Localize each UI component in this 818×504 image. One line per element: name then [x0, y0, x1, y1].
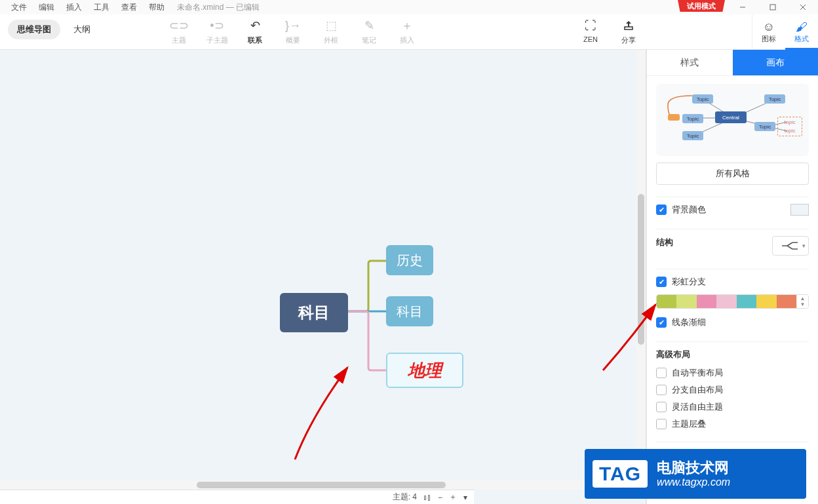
rainbow-checkbox[interactable]: ✔ — [656, 277, 667, 287]
subtopic-icon: •⊃ — [210, 18, 224, 33]
document-title: 未命名.xmind — 已编辑 — [177, 2, 260, 13]
rainbow-stepper[interactable]: ▲▼ — [796, 295, 808, 308]
topic-icon: ⊂⊃ — [169, 18, 189, 33]
tool-summary[interactable]: }→概要 — [274, 14, 312, 45]
share-icon — [623, 18, 634, 33]
tool-subtopic[interactable]: •⊃子主题 — [198, 14, 236, 45]
central-node[interactable]: 科目 — [280, 293, 348, 332]
toolbar-right: ⛶ZEN 分享 — [572, 14, 648, 45]
watermark-url: www.tagxp.com — [657, 476, 730, 488]
bg-color-checkbox[interactable]: ✔ — [656, 204, 667, 215]
auto-balance-checkbox[interactable] — [656, 368, 667, 378]
rainbow-colors[interactable]: ▲▼ — [656, 294, 809, 309]
view-tabs: 思维导图 大纲 — [0, 14, 107, 45]
vertical-scrollbar[interactable] — [636, 50, 646, 490]
all-styles-button[interactable]: 所有风格 — [656, 163, 809, 185]
zoom-in-button[interactable]: ＋ — [449, 492, 457, 503]
rainbow-seg-3 — [716, 295, 736, 308]
bg-color-swatch[interactable] — [790, 204, 809, 216]
toolbar: 思维导图 大纲 ⊂⊃主题 •⊃子主题 ↶联系 }→概要 ⬚外框 ✎笔记 ＋插入 … — [0, 14, 818, 50]
canvas[interactable]: 科目 历史 科目 地理 主题: 4 ⫾⫿ − ＋ ▾ — [0, 50, 646, 504]
menu-insert[interactable]: 插入 — [60, 2, 88, 13]
tool-relation[interactable]: ↶联系 — [236, 14, 274, 45]
zoom-dropdown-icon[interactable]: ▾ — [463, 493, 467, 502]
menu-view[interactable]: 查看 — [115, 2, 143, 13]
rainbow-seg-1 — [676, 295, 696, 308]
tab-mindmap[interactable]: 思维导图 — [8, 20, 60, 39]
menu-file[interactable]: 文件 — [5, 2, 33, 13]
tool-group: ⊂⊃主题 •⊃子主题 ↶联系 }→概要 ⬚外框 ✎笔记 ＋插入 — [160, 14, 426, 45]
advanced-label: 高级布局 — [656, 349, 809, 360]
status-bar: 主题: 4 ⫾⫿ − ＋ ▾ — [0, 490, 474, 504]
sub-node-3[interactable]: 地理 — [386, 353, 463, 388]
svg-rect-1 — [770, 5, 775, 10]
rainbow-label: 彩虹分支 — [672, 276, 706, 288]
tool-boundary[interactable]: ⬚外框 — [312, 14, 350, 45]
tool-notes[interactable]: ✎笔记 — [350, 14, 388, 45]
panel-body: Central Topic Topic Topic Topic Topic to… — [647, 76, 818, 504]
structure-select[interactable]: ▾ — [772, 236, 809, 256]
menu-tools[interactable]: 工具 — [88, 2, 115, 13]
tool-format[interactable]: 🖌格式 — [785, 14, 818, 50]
zoom-out-button[interactable]: − — [438, 493, 442, 502]
boundary-icon: ⬚ — [326, 18, 337, 33]
taper-label: 线条渐细 — [672, 317, 706, 328]
rainbow-seg-5 — [756, 295, 776, 308]
relation-icon: ↶ — [250, 18, 260, 33]
insert-icon: ＋ — [401, 18, 413, 33]
bg-color-label: 背景颜色 — [672, 204, 706, 216]
tool-share[interactable]: 分享 — [610, 14, 648, 45]
tool-insert[interactable]: ＋插入 — [388, 14, 426, 45]
taper-checkbox[interactable]: ✔ — [656, 317, 667, 328]
rainbow-seg-6 — [777, 295, 796, 308]
watermark-banner: TAG 电脑技术网 www.tagxp.com — [585, 449, 806, 499]
free-branch-checkbox[interactable] — [656, 385, 667, 395]
sub-node-2[interactable]: 科目 — [386, 296, 433, 326]
menu-help[interactable]: 帮助 — [143, 2, 170, 13]
summary-icon: }→ — [285, 18, 301, 33]
tool-topic[interactable]: ⊂⊃主题 — [160, 14, 198, 45]
title-bar: 文件 编辑 插入 工具 查看 帮助 未命名.xmind — 已编辑 试用模式 — [0, 0, 818, 14]
map-icon[interactable]: ⫾⫿ — [423, 493, 431, 502]
smiley-icon: ☺ — [763, 20, 775, 34]
window-controls — [728, 0, 818, 14]
svg-rect-4 — [625, 27, 633, 29]
watermark-tag: TAG — [593, 460, 648, 488]
notes-icon: ✎ — [364, 18, 374, 33]
zen-icon: ⛶ — [585, 18, 596, 33]
panel-tab-canvas[interactable]: 画布 — [733, 50, 819, 75]
overlap-checkbox[interactable] — [656, 419, 667, 429]
flex-topic-checkbox[interactable] — [656, 402, 667, 412]
tab-outline[interactable]: 大纲 — [64, 20, 100, 39]
watermark-title: 电脑技术网 — [657, 459, 730, 476]
structure-label: 结构 — [656, 237, 673, 248]
panel-tabs: 样式 画布 — [647, 50, 818, 76]
tool-zen[interactable]: ⛶ZEN — [572, 14, 610, 45]
minimize-button[interactable] — [728, 0, 758, 14]
maximize-button[interactable] — [758, 0, 788, 14]
annotation-arrow-1 — [275, 358, 360, 463]
topic-count: 主题: 4 — [393, 492, 417, 503]
rainbow-seg-0 — [657, 295, 676, 308]
close-button[interactable] — [788, 0, 818, 14]
toolbar-far-right: ☺图标 🖌格式 — [752, 14, 818, 50]
rainbow-seg-2 — [697, 295, 716, 308]
panel-tab-style[interactable]: 样式 — [647, 50, 733, 75]
rainbow-seg-4 — [737, 295, 756, 308]
menu-edit[interactable]: 编辑 — [33, 2, 60, 13]
brush-icon: 🖌 — [796, 20, 808, 34]
tool-icon[interactable]: ☺图标 — [752, 14, 785, 44]
theme-preview[interactable]: Central Topic Topic Topic Topic Topic to… — [656, 84, 809, 156]
main-area: 科目 历史 科目 地理 主题: 4 ⫾⫿ − ＋ ▾ 样式 画布 — [0, 50, 818, 504]
horizontal-scrollbar[interactable] — [0, 480, 636, 490]
trial-mode-badge[interactable]: 试用模式 — [678, 0, 725, 12]
sub-node-1[interactable]: 历史 — [386, 245, 433, 275]
format-sidebar: 样式 画布 Central Topic Topic Topi — [646, 50, 818, 504]
